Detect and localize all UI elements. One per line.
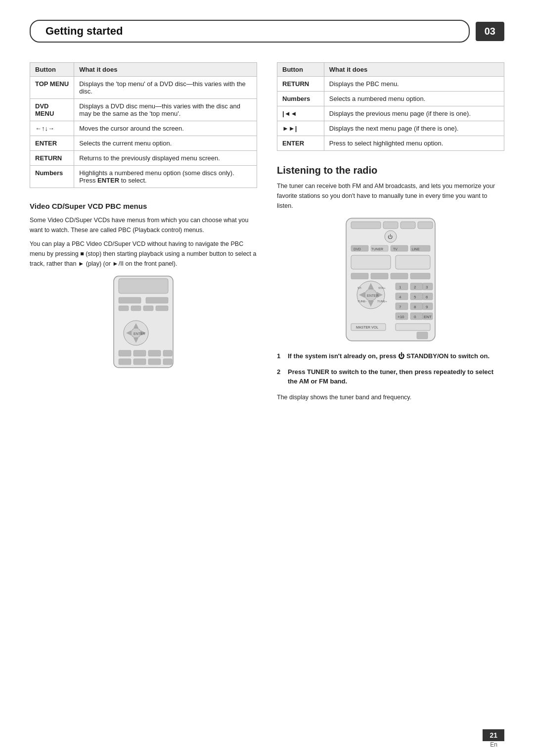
instruction-item-2: 2 Press TUNER to switch to the tuner, th… [277,367,504,386]
table-row: ►►| Displays the next menu page (if ther… [277,121,504,136]
svg-rect-67 [396,303,408,310]
instruction-item-1: 1 If the system isn't already on, press … [277,351,504,361]
svg-rect-16 [134,350,146,356]
left-table-col1-header: Button [30,63,74,77]
button-description: Displays a DVD disc menu—this varies wit… [74,99,257,121]
svg-rect-42 [391,273,408,279]
pbc-heading: Video CD/Super VCD PBC menus [30,202,257,210]
page-title: Getting started [30,20,470,43]
svg-rect-26 [400,222,415,229]
button-description: Displays the previous menu page (if ther… [324,106,504,121]
button-label: RETURN [30,151,74,166]
button-description: Moves the cursor around the screen. [74,121,257,136]
chapter-number: 03 [476,22,504,41]
button-label: ENTER [277,136,324,151]
button-label: RETURN [277,77,324,92]
svg-text:6: 6 [426,295,428,299]
table-row: Numbers Highlights a numbered menu optio… [30,166,257,188]
left-table-col2-header: What it does [74,63,257,77]
button-description: Displays the next menu page (if there is… [324,121,504,136]
button-description: Displays the 'top menu' of a DVD disc—th… [74,77,257,99]
page-container: English Getting started 03 Button What i… [0,0,534,756]
table-row: ←↑↓→ Moves the cursor around the screen. [30,121,257,136]
button-description: Returns to the previously displayed menu… [74,151,257,166]
svg-text:ENT: ENT [424,315,432,319]
svg-rect-21 [148,359,161,365]
svg-rect-3 [146,297,168,303]
left-column: Button What it does TOP MENU Displays th… [30,62,257,406]
svg-rect-5 [131,306,141,311]
table-row: ENTER Press to select highlighted menu o… [277,136,504,151]
instruction-number-1: 1 [277,351,284,361]
svg-text:TUNER: TUNER [371,247,383,251]
button-label: TOP MENU [30,77,74,99]
radio-intro: The tuner can receive both FM and AM bro… [277,181,504,211]
svg-text:TUNE+: TUNE+ [377,300,387,303]
button-label: DVDMENU [30,99,74,121]
svg-rect-41 [371,273,388,279]
svg-text:3: 3 [426,285,428,289]
svg-text:2: 2 [414,285,416,289]
svg-rect-6 [143,306,153,311]
instruction-list: 1 If the system isn't already on, press … [277,351,504,402]
button-label: ENTER [30,136,74,151]
svg-rect-56 [410,283,423,290]
svg-rect-4 [119,306,129,311]
button-description: Highlights a numbered menu option (some … [74,166,257,188]
right-column: Button What it does RETURN Displays the … [277,62,504,406]
svg-rect-22 [163,359,172,365]
svg-text:ENTER: ENTER [134,332,145,335]
svg-rect-62 [410,293,423,300]
svg-text:DVD: DVD [354,247,361,251]
table-row: DVDMENU Displays a DVD disc menu—this va… [30,99,257,121]
button-description: Displays the PBC menu. [324,77,504,92]
svg-text:8: 8 [414,305,416,309]
svg-rect-25 [383,222,398,229]
svg-rect-82 [417,332,428,339]
table-row: TOP MENU Displays the 'top menu' of a DV… [30,77,257,99]
svg-rect-40 [351,273,368,279]
svg-text:0: 0 [414,315,416,319]
svg-rect-43 [410,273,430,279]
svg-rect-80 [396,324,430,331]
table-row: |◄◄ Displays the previous menu page (if … [277,106,504,121]
svg-text:9: 9 [426,305,428,309]
button-description: Press to select highlighted menu option. [324,136,504,151]
radio-section-heading: Listening to the radio [277,165,504,176]
svg-rect-7 [156,306,168,311]
svg-text:ST-: ST- [357,286,362,289]
svg-rect-24 [351,222,381,229]
button-label: ←↑↓→ [30,121,74,136]
pbc-paragraph-1: Some Video CD/Super VCDs have menus from… [30,215,257,235]
svg-rect-15 [119,350,131,356]
table-row: RETURN Returns to the previously display… [30,151,257,166]
svg-rect-1 [119,279,168,293]
svg-rect-27 [418,222,433,229]
svg-text:TUNE-: TUNE- [357,300,366,303]
svg-text:5: 5 [414,295,416,299]
svg-text:7: 7 [399,305,401,309]
svg-rect-39 [396,255,430,269]
remote-image-left-container: ENTER [30,274,257,373]
svg-rect-19 [119,359,131,365]
svg-text:⏻: ⏻ [388,234,393,239]
button-description: Selects a numbered menu option. [324,92,504,106]
instruction-text-1: If the system isn't already on, press ⏻ … [288,351,490,361]
svg-text:STA+: STA+ [378,286,386,289]
pbc-paragraph-2: You can play a PBC Video CD/Super VCD wi… [30,239,257,269]
button-label: ►►| [277,121,324,136]
button-label: Numbers [277,92,324,106]
page-number: 21 [483,729,504,741]
button-label: |◄◄ [277,106,324,121]
svg-text:LINE: LINE [412,247,420,251]
remote-image-right-container: ⏻ DVD TUNER TV LINE [277,216,504,344]
svg-rect-20 [134,359,146,365]
svg-text:TV: TV [393,247,398,251]
right-table-col1-header: Button [277,63,324,77]
page-header: Getting started 03 [30,20,504,43]
svg-rect-68 [410,303,423,310]
svg-rect-38 [351,255,391,269]
remote-image-right: ⏻ DVD TUNER TV LINE [344,216,438,344]
svg-text:4: 4 [399,295,401,299]
right-table-col2-header: What it does [324,63,504,77]
